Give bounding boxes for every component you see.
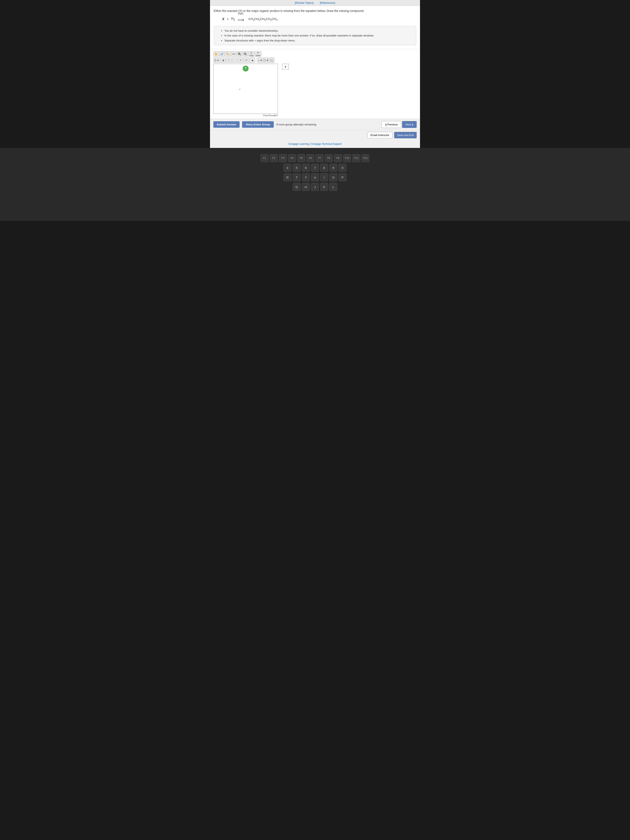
equation-row: X + H2 Pd/C ⟶ CH3CH2CH2CH2CH3 (214, 16, 416, 23)
references-link[interactable]: [References] (320, 1, 335, 5)
wedge-tool[interactable]: ◀ (249, 57, 255, 63)
copy-btn[interactable]: C copy (248, 51, 254, 57)
action-bar: Submit Answer Retry Entire Group 9 more … (210, 119, 420, 130)
question-area: Either the reactant (X) or the major org… (210, 6, 420, 49)
line-tool[interactable]: / (226, 57, 232, 63)
chemdoodle-area: ✋ 🔗 ✏️ 〰️ C copy P paste (210, 49, 420, 119)
lasso-tool[interactable]: 🔗 (219, 51, 224, 57)
toolbar-row1: ✋ 🔗 ✏️ 〰️ C copy P paste (213, 51, 417, 57)
product: CH3CH2CH2CH2CH3 (248, 17, 278, 21)
hexagon-btn[interactable]: ⬡ ▾ (263, 57, 268, 63)
submit-answer-button[interactable]: Submit Answer (213, 121, 240, 128)
triple-line-tool[interactable]: /// (244, 57, 249, 63)
canvas-container: ? ChemDoodle® ∨ (213, 64, 417, 117)
footer: Cengage Learning | Cengage Technical Sup… (210, 140, 420, 148)
dropdown-area: ∨ (282, 64, 289, 69)
select-tool[interactable]: ✋ (213, 51, 219, 57)
svg-line-6 (246, 55, 247, 55)
drawing-canvas[interactable]: ? (213, 64, 278, 114)
zoom-out-btn[interactable] (243, 51, 248, 57)
double-line-tool[interactable]: // (238, 57, 243, 63)
paste-btn[interactable]: P paste (255, 51, 262, 57)
previous-button[interactable]: Previous (382, 121, 401, 128)
instruction-3: Separate structures with + signs from th… (224, 38, 413, 43)
question-text: Either the reactant (X) or the major org… (214, 9, 416, 13)
toolbar-row2: C ▾ ⊕ / ··· // /// ◀ ○ ▾ ⬡ ▾ [ | (213, 57, 417, 63)
reactant-x: X (222, 17, 224, 21)
chemdoodle-label: ChemDoodle® (213, 114, 278, 117)
nav-buttons: Previous Next (382, 121, 417, 128)
zoom-in-btn[interactable] (237, 51, 242, 57)
structure-dropdown[interactable]: ∨ (282, 64, 289, 69)
catalyst-label: Pd/C (238, 12, 244, 15)
plus-tool-btn[interactable]: ⊕ (220, 57, 226, 63)
save-exit-button[interactable]: Save and Exit (394, 132, 417, 138)
arrow: ⟶ (237, 17, 244, 23)
shapes-dropdown-btn[interactable]: ○ ▾ (257, 57, 263, 63)
plus-sign: + (227, 17, 229, 21)
email-instructor-button[interactable]: Email Instructor (367, 132, 392, 138)
chain-tool[interactable]: 〰️ (231, 51, 236, 57)
retry-entire-group-button[interactable]: Retry Entire Group (242, 121, 274, 128)
carbon-dropdown[interactable]: C ▾ (213, 57, 220, 63)
draw-tool[interactable]: ✏️ (225, 51, 231, 57)
utility-bar: Email Instructor Save and Exit (210, 130, 420, 140)
bracket-tool[interactable]: [ | (269, 57, 275, 63)
instruction-2: In the case of a missing reactant, there… (224, 33, 413, 38)
help-button[interactable]: ? (243, 66, 248, 71)
top-nav: [Review Topics] [References] (210, 0, 420, 6)
keyboard-area: F1 F2 F3 F4 F5 F6 F7 F8 F9 F10 F11 F12 4… (0, 148, 630, 221)
dotted-line-tool[interactable]: ··· (232, 57, 237, 63)
cengage-support-link[interactable]: Cengage Technical Support (311, 142, 342, 145)
attempts-remaining-text: 9 more group attempts remaining (276, 123, 379, 126)
instruction-1: You do not have to consider stereochemis… (224, 28, 413, 33)
reagent: H2 (231, 17, 235, 21)
next-button[interactable]: Next (402, 121, 417, 128)
svg-line-3 (240, 55, 241, 55)
instructions-box: You do not have to consider stereochemis… (214, 26, 416, 45)
review-topics-link[interactable]: [Review Topics] (295, 1, 314, 5)
cengage-learning-link[interactable]: Cengage Learning (288, 142, 309, 145)
footer-separator: | (309, 142, 310, 145)
